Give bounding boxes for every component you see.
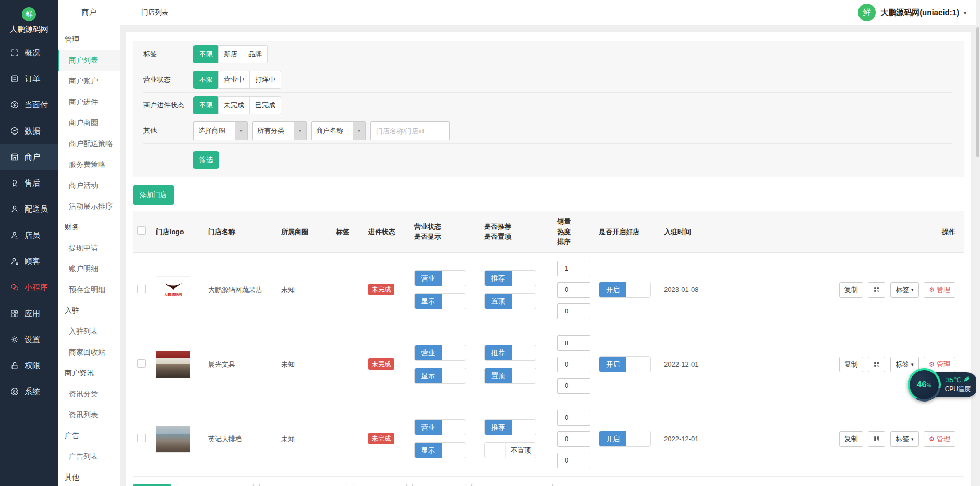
- sales-input[interactable]: [557, 335, 590, 351]
- chip-business-open[interactable]: 营业中: [218, 71, 250, 89]
- left-nav-label: 顾客: [25, 257, 40, 266]
- submenu-item-merchant-circle[interactable]: 商户商圈: [58, 113, 120, 133]
- recommend-toggle[interactable]: 推荐: [484, 345, 536, 361]
- tag-dropdown-button[interactable]: 标签▾: [890, 431, 919, 447]
- submenu-item-merchant-list[interactable]: 商户列表: [58, 50, 120, 71]
- qrcode-button[interactable]: [868, 357, 885, 372]
- left-nav-system[interactable]: 系统: [0, 379, 58, 405]
- sort-input[interactable]: [557, 378, 590, 394]
- recommend-toggle[interactable]: 推荐: [484, 270, 536, 286]
- pin-toggle[interactable]: 不置顶: [484, 442, 536, 458]
- show-toggle[interactable]: 显示: [414, 293, 466, 309]
- good-shop-toggle[interactable]: 开启: [599, 356, 651, 372]
- chip-business-unlimited[interactable]: 不限: [193, 71, 219, 89]
- chip-tag-unlimited[interactable]: 不限: [193, 45, 219, 63]
- submenu-item-recycle-bin[interactable]: 商家回收站: [58, 342, 120, 363]
- show-toggle[interactable]: 显示: [414, 368, 466, 384]
- left-nav-orders[interactable]: 订单: [0, 66, 58, 92]
- left-nav-customer[interactable]: 顾客: [0, 248, 58, 274]
- submenu-item-merchant-entry[interactable]: 商户进件: [58, 92, 120, 113]
- good-shop-toggle[interactable]: 开启: [599, 282, 651, 298]
- sync-eta-button[interactable]: 同步商户预计送达时间: [471, 484, 553, 486]
- show-toggle[interactable]: 显示: [414, 442, 466, 458]
- heat-input[interactable]: [557, 431, 590, 447]
- store-name-input[interactable]: [370, 122, 450, 140]
- row-checkbox[interactable]: [137, 359, 146, 368]
- copy-button[interactable]: 复制: [839, 431, 863, 447]
- left-nav-permissions[interactable]: 权限: [0, 353, 58, 379]
- submenu-item-activity-sort[interactable]: 活动展示排序: [58, 196, 120, 217]
- left-nav-merchant[interactable]: 商户: [0, 144, 58, 170]
- add-store-button[interactable]: 添加门店: [133, 185, 174, 205]
- filter-row-entry-status: 商户进件状态 不限 未完成 已完成: [143, 93, 952, 118]
- qrcode-button[interactable]: [868, 282, 885, 298]
- user-menu[interactable]: 鲜 大鹏源码网(uniacid:1) ▾: [858, 4, 966, 21]
- table-row: 英记大排档 未知 未完成 营业 显示 推荐: [133, 402, 964, 476]
- copy-button[interactable]: 复制: [839, 357, 863, 372]
- manage-button[interactable]: ⚙管理: [924, 431, 955, 447]
- submenu-item-join-list[interactable]: 入驻列表: [58, 321, 120, 342]
- left-nav-clerk[interactable]: 店员: [0, 222, 58, 248]
- submenu-item-news-category[interactable]: 资讯分类: [58, 384, 120, 405]
- show-hide-dropdown-button[interactable]: 显示/隐藏/营业/打烊▴: [176, 484, 254, 486]
- fix-business-hours-button[interactable]: 营业时间修复: [412, 484, 466, 486]
- select-arrow-icon: ▼: [353, 122, 365, 140]
- user-name: 大鹏源码网(uniacid:1): [880, 8, 959, 18]
- manage-button[interactable]: ⚙管理: [924, 282, 955, 298]
- chip-entry-unlimited[interactable]: 不限: [193, 96, 219, 114]
- left-nav-courier[interactable]: 配送员: [0, 196, 58, 222]
- submenu-item-merchant-activity[interactable]: 商户活动: [58, 175, 120, 196]
- pin-toggle[interactable]: 置顶: [484, 293, 536, 309]
- row-checkbox[interactable]: [137, 434, 146, 442]
- submit-changes-button[interactable]: 提交修改: [133, 484, 171, 486]
- left-nav-settings[interactable]: 设置: [0, 326, 58, 353]
- business-toggle[interactable]: 营业: [414, 270, 466, 286]
- circle-select[interactable]: 选择商圈 ▼: [193, 122, 248, 140]
- submenu-item-delivery-policy[interactable]: 商户配送策略: [58, 133, 120, 154]
- good-shop-toggle[interactable]: 开启: [599, 431, 651, 447]
- chip-tag-brand[interactable]: 品牌: [243, 45, 268, 63]
- sales-input[interactable]: [557, 410, 590, 426]
- submenu-item-news-list[interactable]: 资讯列表: [58, 405, 120, 426]
- left-nav-data[interactable]: 数据: [0, 118, 58, 144]
- business-toggle[interactable]: 营业: [414, 419, 466, 435]
- qrcode-button[interactable]: [868, 431, 885, 447]
- submenu-item-account-detail[interactable]: 账户明细: [58, 259, 120, 280]
- heat-input[interactable]: [557, 282, 590, 298]
- left-nav-miniprogram[interactable]: 小程序: [0, 274, 58, 300]
- recommend-toggle[interactable]: 推荐: [484, 419, 536, 435]
- left-nav-apps[interactable]: 应用: [0, 300, 58, 326]
- row-checkbox[interactable]: [137, 285, 146, 293]
- batch-operations-button[interactable]: 批量操作(评论/自动接单): [259, 484, 347, 486]
- submenu-item-withdraw[interactable]: 提现申请: [58, 238, 120, 259]
- heat-input[interactable]: [557, 357, 590, 372]
- filter-panel: 标签 不限 新店 品牌 营业状态 不限 营业中 打烊中: [133, 41, 964, 177]
- scrollbar-thumb[interactable]: [976, 27, 979, 157]
- chip-business-closed[interactable]: 打烊中: [249, 71, 281, 89]
- tag-dropdown-button[interactable]: 标签▾: [890, 282, 919, 298]
- business-toggle[interactable]: 营业: [414, 345, 466, 361]
- submenu-item-merchant-account[interactable]: 商户账户: [58, 71, 120, 92]
- submenu-item-ads-list[interactable]: 广告列表: [58, 446, 120, 467]
- sync-sales-button[interactable]: 同步商户销量: [353, 484, 407, 486]
- sort-input[interactable]: [557, 303, 590, 319]
- submenu-item-service-fee[interactable]: 服务费策略: [58, 154, 120, 175]
- category-select[interactable]: 所有分类 ▼: [252, 122, 307, 140]
- chip-tag-new-store[interactable]: 新店: [218, 45, 243, 63]
- submenu-item-prestore-detail[interactable]: 预存金明细: [58, 280, 120, 300]
- select-all-checkbox[interactable]: [137, 226, 146, 235]
- left-nav-overview[interactable]: 概况: [0, 40, 58, 66]
- chip-entry-incomplete[interactable]: 未完成: [218, 96, 250, 114]
- leaf-icon: [963, 376, 970, 384]
- copy-button[interactable]: 复制: [839, 282, 863, 298]
- recommend-toggle-stack: 推荐 不置顶: [484, 419, 549, 458]
- sort-input[interactable]: [557, 453, 590, 468]
- filter-submit-button[interactable]: 筛选: [193, 151, 219, 169]
- merchant-name-select[interactable]: 商户名称 ▼: [311, 122, 366, 140]
- gear-icon: ⚙: [929, 435, 935, 443]
- pin-toggle[interactable]: 置顶: [484, 368, 536, 384]
- left-nav-facepay[interactable]: 当面付: [0, 92, 58, 118]
- sales-input[interactable]: [557, 261, 590, 276]
- chip-entry-complete[interactable]: 已完成: [249, 96, 281, 114]
- left-nav-aftersale[interactable]: 售后: [0, 170, 58, 196]
